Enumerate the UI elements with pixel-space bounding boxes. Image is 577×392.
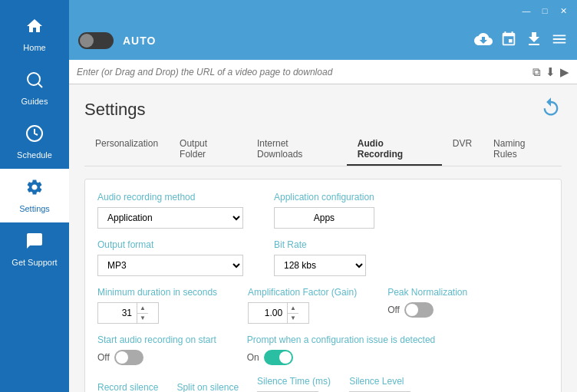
start-audio-toggle[interactable] — [114, 350, 143, 365]
min-duration-spinners: ▲ ▼ — [137, 303, 148, 323]
tab-naming-rules[interactable]: Naming Rules — [483, 133, 562, 166]
sidebar-item-settings[interactable]: Settings — [0, 169, 69, 222]
bit-rate-select[interactable]: 128 kbs — [274, 255, 366, 276]
sidebar-schedule-label: Schedule — [17, 150, 52, 160]
download-icon[interactable] — [474, 30, 493, 52]
schedule-icon — [25, 124, 44, 147]
toolbar: AUTO — [69, 21, 577, 60]
sidebar-home-label: Home — [23, 43, 45, 52]
split-silence-label: Split on silence — [176, 382, 239, 392]
min-duration-up[interactable]: ▲ — [137, 303, 148, 314]
min-duration-value[interactable] — [98, 308, 137, 318]
start-audio-toggle-container: Off — [97, 350, 216, 365]
home-icon — [25, 17, 44, 40]
amp-factor-value[interactable] — [249, 308, 287, 318]
amp-factor-up[interactable]: ▲ — [288, 303, 298, 314]
maximize-button[interactable]: □ — [537, 3, 552, 18]
start-audio-label: Start audio recording on start — [97, 334, 216, 345]
auto-label: AUTO — [123, 35, 156, 47]
peak-norm-state: Off — [387, 305, 400, 315]
peak-norm-toggle-container: Off — [387, 302, 467, 318]
prompt-toggle[interactable] — [264, 350, 293, 365]
url-download-icon[interactable]: ⬇ — [546, 65, 556, 79]
bit-rate-label: Bit Rate — [274, 239, 366, 250]
settings-card: Audio recording method Application Appli… — [84, 179, 562, 392]
titlebar: — □ ✕ — [69, 0, 577, 21]
sidebar-settings-label: Settings — [19, 204, 50, 213]
min-duration-label: Minimum duration in seconds — [97, 287, 217, 298]
form-row-4: Start audio recording on start Off Promp… — [97, 334, 549, 365]
tab-internet-downloads[interactable]: Internet Downloads — [246, 133, 347, 166]
output-format-label: Output format — [97, 239, 243, 250]
peak-norm-toggle[interactable] — [404, 302, 434, 318]
amp-factor-label: Amplification Factor (Gain) — [248, 287, 357, 298]
start-audio-state: Off — [97, 352, 110, 363]
min-duration-group: Minimum duration in seconds ▲ ▼ — [97, 287, 217, 324]
audio-method-select[interactable]: Application — [97, 207, 243, 229]
prompt-state: On — [247, 352, 259, 363]
guides-icon — [25, 71, 44, 94]
amp-factor-group: Amplification Factor (Gain) ▲ ▼ — [248, 287, 357, 324]
form-row-1: Audio recording method Application Appli… — [97, 192, 549, 229]
settings-icon — [25, 178, 44, 201]
sidebar-item-guides[interactable]: Guides — [0, 61, 69, 115]
form-row-3: Minimum duration in seconds ▲ ▼ Amplific… — [97, 287, 549, 324]
apps-button[interactable]: Apps — [274, 207, 374, 229]
support-icon — [25, 232, 44, 255]
app-config-group: Application configuration Apps — [274, 192, 374, 229]
amp-factor-down[interactable]: ▼ — [288, 314, 298, 324]
menu-icon[interactable] — [551, 31, 568, 51]
toggle-knob — [80, 34, 94, 48]
tab-output-folder[interactable]: Output Folder — [169, 133, 246, 166]
amp-factor-input: ▲ ▼ — [248, 302, 309, 324]
app-config-label: Application configuration — [274, 192, 374, 203]
url-input[interactable] — [77, 67, 532, 77]
prompt-label: Prompt when a configuration issue is det… — [247, 334, 435, 345]
auto-toggle[interactable] — [78, 32, 114, 49]
silence-time-label: Silence Time (ms) — [257, 376, 331, 387]
prompt-toggle-container: On — [247, 350, 435, 365]
output-format-group: Output format MP3 — [97, 239, 243, 276]
start-audio-group: Start audio recording on start Off — [97, 334, 216, 365]
clipboard-icon[interactable]: ⧉ — [532, 65, 541, 79]
sidebar-item-home[interactable]: Home — [0, 8, 69, 61]
sidebar: Home Guides Schedule Settings — [0, 0, 69, 392]
pin-icon[interactable] — [500, 31, 517, 51]
save-download-icon[interactable] — [525, 30, 543, 52]
toolbar-icons — [474, 30, 568, 52]
sidebar-guides-label: Guides — [21, 97, 48, 106]
min-duration-input: ▲ ▼ — [97, 302, 159, 324]
silence-time-group: Silence Time (ms) ▲ ▼ — [257, 376, 331, 392]
settings-area: Settings Personalization Output Folder I… — [69, 84, 577, 392]
split-silence-group: Split on silence On — [176, 382, 239, 392]
start-audio-knob — [116, 351, 128, 364]
peak-norm-group: Peak Normalization Off — [387, 287, 467, 324]
tab-personalization[interactable]: Personalization — [84, 133, 169, 166]
urlbar: ⧉ ⬇ ▶ — [69, 60, 577, 84]
form-row-2: Output format MP3 Bit Rate 128 kbs — [97, 239, 549, 276]
tab-dvr[interactable]: DVR — [442, 133, 483, 166]
settings-tabs: Personalization Output Folder Internet D… — [84, 133, 562, 166]
close-button[interactable]: ✕ — [556, 3, 571, 18]
record-silence-label: Record silence — [97, 382, 158, 392]
peak-norm-knob — [406, 304, 418, 316]
urlbar-action-icons: ⧉ ⬇ ▶ — [532, 65, 569, 79]
silence-level-label: Silence Level — [349, 376, 410, 387]
audio-method-label: Audio recording method — [97, 192, 243, 203]
sidebar-item-schedule[interactable]: Schedule — [0, 115, 69, 169]
settings-title: Settings — [84, 100, 146, 120]
min-duration-down[interactable]: ▼ — [137, 314, 148, 324]
sidebar-support-label: Get Support — [12, 258, 57, 267]
tab-audio-recording[interactable]: Audio Recording — [347, 133, 442, 166]
video-icon[interactable]: ▶ — [560, 65, 569, 79]
settings-header: Settings — [84, 97, 562, 123]
minimize-button[interactable]: — — [519, 3, 534, 18]
peak-norm-label: Peak Normalization — [387, 287, 467, 298]
svg-line-1 — [38, 84, 43, 88]
back-button[interactable] — [540, 97, 562, 123]
record-silence-group: Record silence Off — [97, 382, 158, 392]
amp-factor-spinners: ▲ ▼ — [287, 303, 298, 323]
sidebar-item-support[interactable]: Get Support — [0, 222, 69, 276]
prompt-knob — [279, 351, 292, 364]
output-format-select[interactable]: MP3 — [97, 255, 243, 276]
